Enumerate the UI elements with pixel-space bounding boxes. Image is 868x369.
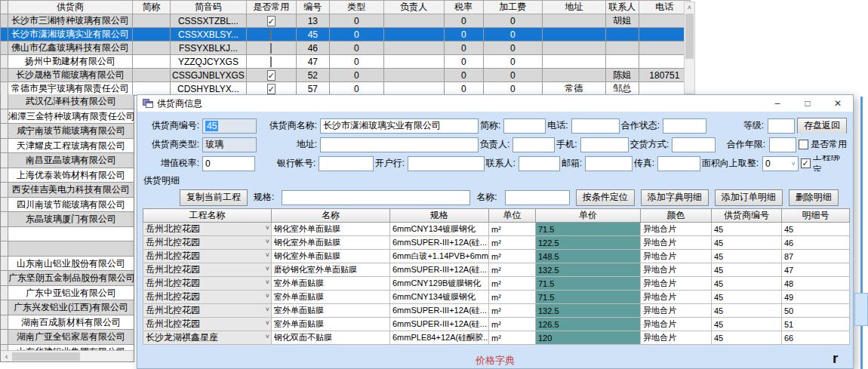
column-header-1[interactable]: 简称	[133, 1, 171, 14]
cell-supplier[interactable]: 长沙市三湘特种玻璃有限公司	[8, 14, 133, 28]
detail-cell-detail-no[interactable]: 46	[782, 236, 850, 250]
list-item[interactable]	[1, 227, 134, 242]
mobile-input[interactable]	[580, 137, 629, 152]
detail-cell-project[interactable]: 岳州北控花园	[143, 263, 272, 277]
detail-cell-spec[interactable]: 6mmSUPER-III+12A(硅...	[390, 236, 489, 250]
detail-column-header-1[interactable]: 名称	[272, 209, 390, 223]
detail-grid-row[interactable]: 岳州北控花园室外单面贴膜6mmCNY129B镀膜钢化m²71.5异地合片4548	[143, 277, 850, 291]
detail-cell-project[interactable]: 岳州北控花园	[143, 277, 272, 291]
detail-cell-price[interactable]: 126.5	[536, 318, 641, 331]
detail-cell-price[interactable]: 132.5	[536, 304, 641, 318]
combo-arrow-icon[interactable]	[266, 224, 269, 232]
cell-leader[interactable]	[383, 55, 444, 69]
table-row[interactable]: 长沙市潇湘玻璃实业有限公司CSSXXBLSY...45000	[1, 28, 691, 42]
detail-cell-color[interactable]: 异地合片	[641, 331, 712, 345]
detail-cell-spec[interactable]: 6mmCNY129B镀膜钢化	[390, 277, 489, 291]
detail-cell-color[interactable]: 异地合片	[641, 250, 712, 263]
column-header-10[interactable]: 联系人	[605, 1, 639, 14]
detail-cell-detail-no[interactable]: 47	[782, 263, 850, 277]
cell-id[interactable]: 57	[296, 82, 329, 96]
phone-input[interactable]	[571, 118, 620, 134]
contact-input[interactable]	[519, 156, 560, 171]
table-row[interactable]: 佛山市亿鑫玻璃科技有限公司FSSYXBLKJ...46000	[1, 42, 691, 55]
cell-fee[interactable]: 0	[483, 82, 542, 96]
detail-cell-project[interactable]: 岳州北控花园	[143, 291, 272, 304]
cell-code[interactable]: CSSXXBLSY...	[171, 28, 247, 42]
column-header-3[interactable]: 是否常用	[246, 1, 296, 14]
cell-tax[interactable]: 0	[444, 42, 483, 55]
detail-cell-project[interactable]: 岳州北控花园	[143, 304, 272, 318]
common-checkbox[interactable]	[267, 70, 275, 81]
list-item[interactable]: 东晶玻璃厦门有限公司	[1, 212, 134, 227]
column-header-9[interactable]: 地址	[542, 1, 605, 14]
address-input[interactable]	[320, 137, 479, 152]
cell-contact[interactable]: 陈姐	[605, 69, 639, 82]
detail-cell-color[interactable]: 异地合片	[641, 291, 712, 304]
locate-by-condition-button[interactable]: 按条件定位	[576, 189, 635, 206]
detail-grid-row[interactable]: 长沙龙湖祺鑫星座钢化双面不贴膜6mmPLE84+12A(硅酮胶...m²120异…	[143, 331, 850, 345]
common-use-checkbox[interactable]	[799, 140, 808, 149]
detail-cell-color[interactable]: 异地合片	[641, 277, 712, 291]
combo-arrow-icon[interactable]	[266, 319, 269, 327]
project-bind-checkbox[interactable]	[801, 158, 811, 168]
scrollbar-thumb[interactable]	[12, 352, 80, 361]
cell-contact[interactable]	[605, 55, 639, 69]
list-item[interactable]: 山东南山铝业股份有限公司	[1, 257, 134, 272]
detail-cell-spec[interactable]: 6mmSUPER-III+12A(硅...	[390, 304, 489, 318]
cell-short[interactable]	[133, 28, 171, 42]
list-item[interactable]: 西安佳吉美电力科技有限公司	[1, 183, 134, 198]
combo-arrow-icon[interactable]	[266, 265, 269, 272]
detail-cell-spec[interactable]: 6mm白玻+1.14PVB+6mm...	[390, 250, 489, 263]
column-header-0[interactable]: 供货商	[8, 1, 133, 14]
cell-id[interactable]: 52	[296, 69, 329, 82]
cell-phone[interactable]	[639, 28, 690, 42]
cell-fee[interactable]: 0	[483, 55, 542, 69]
detail-cell-project[interactable]: 长沙龙湖祺鑫星座	[143, 331, 272, 345]
cell-fee[interactable]: 0	[483, 69, 542, 82]
table-row[interactable]: 扬州中勤建材有限公司YZZQJCYXGS47000	[1, 55, 691, 69]
common-checkbox[interactable]	[267, 16, 275, 26]
detail-cell-detail-no[interactable]: 51	[782, 318, 850, 331]
coop-years-input[interactable]	[769, 137, 796, 152]
column-header-6[interactable]: 负责人	[383, 1, 444, 14]
common-checkbox[interactable]	[267, 84, 275, 94]
list-item[interactable]	[1, 241, 134, 257]
detail-cell-color[interactable]: 异地合片	[641, 236, 712, 250]
detail-cell-name[interactable]: 钢化双面不贴膜	[272, 331, 390, 345]
supplier-table-vertical-scrollbar[interactable]: ˄	[684, 2, 695, 94]
scroll-up-icon[interactable]: ˄	[685, 2, 694, 13]
detail-cell-color[interactable]: 异地合片	[641, 223, 712, 236]
detail-cell-unit[interactable]: m²	[489, 331, 536, 345]
cell-leader[interactable]	[383, 28, 444, 42]
common-checkbox[interactable]	[270, 57, 272, 67]
cell-tax[interactable]: 0	[444, 69, 483, 82]
detail-column-header-3[interactable]: 单位	[489, 209, 536, 223]
list-item[interactable]: 武汉亿泽科技有限公司	[1, 94, 134, 109]
dialog-titlebar[interactable]: 供货商信息 – □ ✕	[137, 95, 853, 112]
row-header-cell[interactable]	[1, 55, 8, 69]
delete-detail-button[interactable]: 删除明细	[789, 189, 839, 206]
detail-column-header-7[interactable]: 明细号	[782, 209, 850, 223]
combo-arrow-icon[interactable]	[266, 333, 269, 340]
cell-code[interactable]: CSSGJNBLYXGS	[171, 69, 247, 82]
detail-column-header-0[interactable]: 工程名称	[143, 209, 272, 223]
cell-supplier[interactable]: 扬州中勤建材有限公司	[8, 55, 133, 69]
combo-arrow-icon[interactable]	[266, 292, 269, 300]
cell-common[interactable]	[246, 82, 296, 96]
cell-code[interactable]: FSSYXBLKJ...	[171, 42, 247, 55]
list-item[interactable]: 广东中亚铝业有限公司	[1, 286, 134, 301]
bank-branch-input[interactable]	[408, 156, 485, 171]
detail-cell-project[interactable]: 岳州北控花园	[143, 318, 272, 331]
cell-short[interactable]	[133, 55, 171, 69]
cell-fee[interactable]: 0	[483, 14, 542, 28]
detail-cell-unit[interactable]: m²	[489, 250, 536, 263]
supplier-type-input[interactable]	[202, 137, 257, 152]
common-checkbox[interactable]	[270, 43, 272, 54]
coop-status-input[interactable]	[663, 118, 706, 134]
cell-type[interactable]: 0	[329, 55, 383, 69]
scrollbar-thumb[interactable]	[685, 14, 694, 59]
detail-cell-price[interactable]: 71.5	[536, 291, 641, 304]
cell-contact[interactable]	[605, 42, 639, 55]
detail-cell-color[interactable]: 异地合片	[641, 304, 712, 318]
detail-cell-detail-no[interactable]: 50	[782, 304, 850, 318]
